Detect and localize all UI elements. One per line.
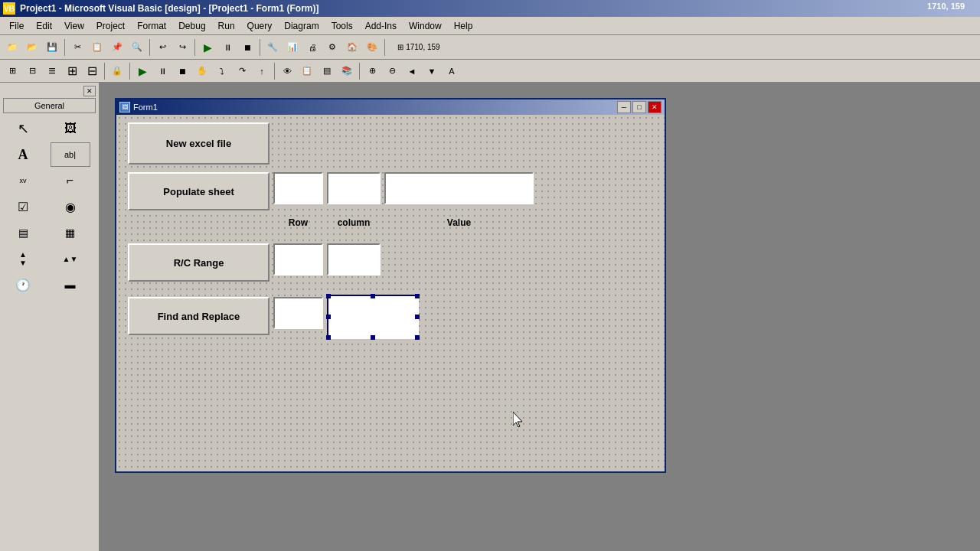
textbox-tool[interactable]: ab|	[51, 142, 90, 167]
menu-query[interactable]: Query	[241, 19, 279, 33]
new-excel-button[interactable]: New excel file	[128, 122, 270, 165]
tb-open[interactable]: 📂	[23, 38, 41, 57]
menu-addins[interactable]: Add-Ins	[359, 19, 403, 33]
label-xv-tool[interactable]: xv	[3, 168, 43, 193]
val-input-1[interactable]	[384, 172, 534, 204]
tb2-step-over[interactable]: ↷	[233, 62, 251, 80]
up-down-tool[interactable]: ▲▼	[3, 246, 43, 271]
sep9	[359, 63, 360, 80]
form-maximize-button[interactable]: □	[632, 101, 646, 113]
arrow-down-tool[interactable]: ▲▼	[51, 246, 90, 271]
tb-home[interactable]: 🏠	[343, 38, 361, 57]
tb-undo[interactable]: ↩	[153, 38, 172, 57]
menu-edit[interactable]: Edit	[30, 19, 58, 33]
toolbox-header: General	[3, 98, 96, 113]
menu-format[interactable]: Format	[131, 19, 172, 33]
sep5	[384, 39, 385, 56]
tb-redo[interactable]: ↪	[173, 38, 191, 57]
panel-tool[interactable]: ▬	[51, 272, 90, 297]
tb2-play[interactable]: ▶	[133, 62, 152, 80]
tb-stop[interactable]: ⏹	[238, 38, 256, 57]
menu-tools[interactable]: Tools	[325, 19, 359, 33]
tb-save[interactable]: 💾	[43, 38, 61, 57]
tb2-clear[interactable]: ⊖	[383, 62, 401, 80]
toolbox-close-area: ✕	[3, 86, 96, 96]
tb2-align-left[interactable]: ≡	[43, 62, 61, 80]
value-label: Value	[384, 213, 534, 233]
tb2-watch[interactable]: 👁	[278, 62, 296, 80]
tb2-something[interactable]: ◄	[403, 62, 421, 80]
tb-color[interactable]: 🎨	[363, 38, 381, 57]
menu-help[interactable]: Help	[448, 19, 479, 33]
menu-debug[interactable]: Debug	[172, 19, 211, 33]
image-tool[interactable]: 🖼	[51, 116, 90, 141]
menu-bar: File Edit View Project Format Debug Run …	[0, 17, 980, 35]
design-area[interactable]: 🖼 Form1 ─ □ ✕ New excel file Populate sh…	[100, 83, 980, 551]
form-minimize-button[interactable]: ─	[617, 101, 631, 113]
tb2-align3[interactable]: ⊟	[83, 62, 101, 80]
title-bar: VB Project1 - Microsoft Visual Basic [de…	[0, 0, 980, 17]
tb2-pause[interactable]: ⏸	[153, 62, 172, 80]
listview-tool[interactable]: ▦	[51, 220, 90, 245]
text-tool[interactable]: A	[3, 142, 43, 167]
sep8	[274, 63, 275, 80]
form-title: Form1	[133, 103, 616, 112]
listbox-tool[interactable]: ▤	[3, 220, 43, 245]
form-icon: 🖼	[119, 102, 130, 112]
tb-cut[interactable]: ✂	[68, 38, 87, 57]
tb2-align2[interactable]: ⊞	[63, 62, 81, 80]
toolbox-close-button[interactable]: ✕	[83, 86, 96, 96]
tb2-stop[interactable]: ⏹	[173, 62, 191, 80]
form-titlebar[interactable]: 🖼 Form1 ─ □ ✕	[116, 99, 665, 115]
tb-copy[interactable]: 📋	[88, 38, 106, 57]
column-label: column	[327, 213, 381, 233]
tb-paste[interactable]: 📌	[108, 38, 126, 57]
tb2-hand[interactable]: ✋	[193, 62, 211, 80]
tb2-breakpoints[interactable]: ⊕	[363, 62, 381, 80]
arrow-tool[interactable]: ↖	[3, 116, 43, 141]
tb-settings[interactable]: ⚙	[323, 38, 341, 57]
tb-project[interactable]: 📊	[283, 38, 302, 57]
tb2-outdent[interactable]: ⊟	[23, 62, 41, 80]
tb-component[interactable]: 🔧	[263, 38, 282, 57]
sep3	[194, 39, 195, 56]
tb2-indent[interactable]: ⊞	[3, 62, 21, 80]
clock-tool[interactable]: 🕐	[3, 272, 43, 297]
menu-project[interactable]: Project	[90, 19, 131, 33]
rc-range-button[interactable]: R/C Range	[128, 243, 270, 282]
find-replace-button[interactable]: Find and Replace	[128, 297, 270, 335]
tb2-font[interactable]: A	[443, 62, 461, 80]
tb2-step-into[interactable]: ⤵	[213, 62, 231, 80]
tb2-step-out[interactable]: ↑	[253, 62, 271, 80]
tb2-lock[interactable]: 🔒	[108, 62, 126, 80]
menu-file[interactable]: File	[3, 19, 30, 33]
sep6	[104, 63, 105, 80]
tb-find[interactable]: 🔍	[128, 38, 146, 57]
form-body[interactable]: New excel file Populate sheet Row	[116, 115, 665, 471]
tb-new[interactable]: 📁	[3, 38, 21, 57]
radio-tool[interactable]: ◉	[51, 194, 90, 219]
menu-run[interactable]: Run	[212, 19, 241, 33]
menu-diagram[interactable]: Diagram	[278, 19, 325, 33]
tb2-callstack[interactable]: 📚	[338, 62, 356, 80]
replace-input[interactable]	[327, 295, 419, 339]
tb-print[interactable]: 🖨	[303, 38, 322, 57]
find-input[interactable]	[273, 297, 323, 329]
title-text: Project1 - Microsoft Visual Basic [desig…	[20, 3, 319, 14]
row-input-1[interactable]	[273, 172, 323, 204]
checkbox-tool[interactable]: ☑	[3, 194, 43, 219]
tb2-locals[interactable]: 📋	[298, 62, 316, 80]
row-input-2[interactable]	[273, 243, 323, 276]
menu-window[interactable]: Window	[403, 19, 448, 33]
tb2-immediate[interactable]: ▤	[318, 62, 336, 80]
menu-view[interactable]: View	[58, 19, 90, 33]
populate-sheet-button[interactable]: Populate sheet	[128, 172, 270, 210]
tb-run[interactable]: ▶	[198, 38, 217, 57]
form-window[interactable]: 🖼 Form1 ─ □ ✕ New excel file Populate sh…	[115, 98, 666, 473]
frame-tool[interactable]: ⌐	[51, 168, 90, 193]
col-input-1[interactable]	[327, 172, 381, 204]
form-close-button[interactable]: ✕	[648, 101, 662, 113]
tb-pause[interactable]: ⏸	[218, 38, 237, 57]
tb2-zoom[interactable]: ▼	[423, 62, 441, 80]
col-input-2[interactable]	[327, 243, 381, 276]
